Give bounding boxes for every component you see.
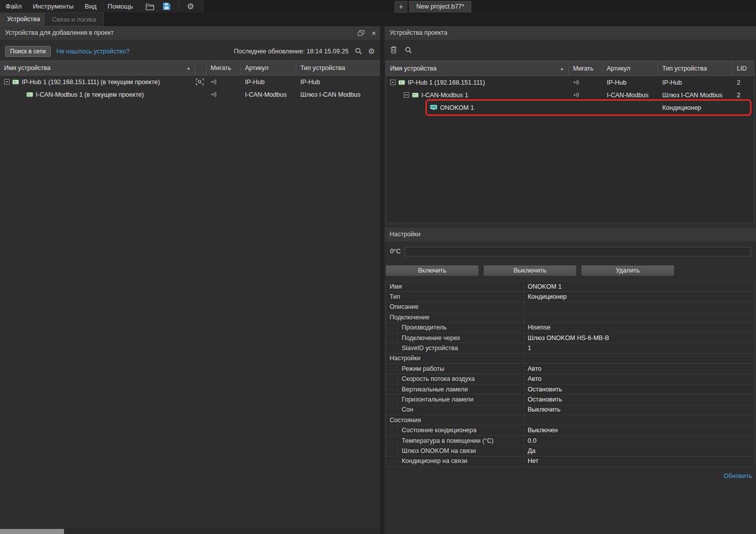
panel-splitter[interactable] (380, 26, 385, 534)
sort-ascending-icon: ▲ (560, 66, 564, 71)
table-row[interactable]: I-CAN-Modbus 1 I-CAN-Modbus Шлюз I-CAN M… (386, 89, 754, 101)
identify-device-icon[interactable] (196, 78, 207, 86)
indent-guide (386, 323, 398, 332)
property-value[interactable]: ONOKOM 1 (524, 282, 754, 291)
property-row[interactable]: Режим работы Авто (386, 364, 754, 374)
collapse-expander-icon[interactable] (4, 79, 10, 85)
property-row[interactable]: Состояние кондиционера Выключен (386, 425, 754, 435)
property-row[interactable]: SlaveID устройства 1 (386, 343, 754, 353)
property-row[interactable]: Вертикальные ламели Остановить (386, 384, 754, 394)
delete-button[interactable]: Удалить (581, 265, 674, 276)
property-value[interactable]: Шлюз ONOKOM HS-6-MB-B (524, 333, 754, 343)
indent-guide (386, 374, 398, 384)
device-article-text: I-CAN-Modbus (603, 92, 658, 99)
blink-icon[interactable] (207, 91, 241, 98)
temperature-label: 0°C (390, 248, 401, 255)
open-folder-icon[interactable] (146, 3, 155, 10)
property-row[interactable]: Шлюз ONOKOM на связи Да (386, 446, 754, 456)
property-row[interactable]: Температура в помещении (°C) 0.0 (386, 436, 754, 446)
search-icon[interactable] (405, 46, 412, 54)
indent-guide (386, 456, 398, 466)
blink-icon[interactable] (207, 79, 241, 85)
property-group-row[interactable]: Подключение (386, 312, 754, 322)
property-row[interactable]: Кондиционер на связи Нет (386, 456, 754, 466)
device-article-text: IP-Hub (603, 79, 658, 86)
column-header-blink[interactable]: Мигать (569, 61, 603, 76)
turn-off-button[interactable]: Выключить (483, 265, 577, 276)
property-value[interactable]: Hisense (524, 323, 754, 332)
property-value[interactable]: Кондиционер (524, 292, 754, 301)
settings-gear-icon[interactable]: ⚙ (187, 0, 194, 13)
left-panel-title-text: Устройства для добавления в проект (5, 29, 114, 36)
device-gateway-icon (26, 91, 33, 98)
column-header-blank[interactable] (196, 61, 207, 75)
column-header-article[interactable]: Артикул (603, 61, 658, 76)
property-value[interactable]: Остановить (524, 394, 754, 404)
tab-links-logic[interactable]: Связи и логика (44, 13, 104, 26)
property-value[interactable]: Авто (524, 374, 754, 384)
column-header-name[interactable]: Имя устройства ▲ (0, 61, 196, 75)
collapse-expander-icon[interactable] (404, 92, 409, 98)
property-group-row[interactable]: Настройки (386, 354, 754, 364)
property-row[interactable]: Тип Кондиционер (386, 292, 754, 302)
column-header-article[interactable]: Артикул (241, 61, 296, 75)
column-header-type[interactable]: Тип устройства (658, 61, 733, 76)
temperature-row: 0°C (390, 246, 751, 256)
property-row[interactable]: Имя ONOKOM 1 (386, 282, 754, 292)
refresh-link[interactable]: Обновить (723, 473, 752, 480)
property-group-row[interactable]: Состояния (386, 415, 754, 425)
collapse-expander-icon[interactable] (390, 80, 396, 85)
menu-file[interactable]: Файл (0, 0, 27, 13)
menu-help[interactable]: Помощь (102, 0, 139, 13)
property-row[interactable]: Описание (386, 302, 754, 312)
scrollbar-thumb[interactable] (0, 529, 64, 534)
delete-device-trash-icon[interactable] (390, 46, 397, 54)
horizontal-scrollbar[interactable] (0, 529, 380, 534)
property-value (524, 415, 754, 425)
indent-guide (386, 446, 398, 455)
property-value[interactable]: Выключить (524, 405, 754, 415)
property-row[interactable]: Производитель Hisense (386, 323, 754, 333)
close-panel-icon[interactable]: × (371, 29, 376, 37)
column-header-type[interactable]: Тип устройства (296, 61, 380, 75)
property-value[interactable]: Авто (524, 364, 754, 373)
turn-on-button[interactable]: Включить (386, 265, 479, 276)
table-row-selected-onokom[interactable]: ONOKOM 1 Кондиционер (386, 101, 754, 114)
device-type-text: IP-Hub (658, 79, 733, 86)
column-header-blink[interactable]: Мигать (207, 61, 241, 75)
property-row[interactable]: Скорость потока воздуха Авто (386, 374, 754, 384)
device-action-buttons: Включить Выключить Удалить (386, 265, 754, 276)
table-row[interactable]: IP-Hub 1 (192.168.151.111) IP-Hub IP-Hub… (386, 76, 754, 89)
project-tab[interactable]: New project.b77* (409, 1, 471, 13)
property-value[interactable]: 1 (524, 343, 754, 353)
column-header-name[interactable]: Имя устройства ▲ (386, 61, 569, 76)
new-project-tab-button[interactable]: + (395, 1, 407, 13)
device-not-found-link[interactable]: Не нашлось устройство? (56, 48, 130, 55)
property-row[interactable]: Сон Выключить (386, 405, 754, 415)
menu-view[interactable]: Вид (79, 0, 102, 13)
property-value[interactable] (524, 302, 754, 312)
temperature-input[interactable] (405, 247, 751, 256)
table-row[interactable]: I-CAN-Modbus 1 (в текущем проекте) I-CAN… (0, 88, 380, 101)
search-network-button[interactable]: Поиск в сети (5, 46, 51, 57)
settings-section-title: Настройки (385, 228, 756, 241)
column-header-lid[interactable]: LID (733, 61, 754, 76)
sort-ascending-icon: ▲ (186, 66, 191, 71)
blink-icon[interactable] (569, 79, 603, 86)
table-row[interactable]: IP-Hub 1 (192.168.151.111) (в текущем пр… (0, 76, 380, 88)
undock-panel-icon[interactable] (358, 30, 364, 36)
tab-devices[interactable]: Устройства (0, 13, 47, 26)
device-name-text: I-CAN-Modbus 1 (в текущем проекте) (36, 91, 144, 98)
menu-tools[interactable]: Инструменты (27, 0, 79, 13)
property-row[interactable]: Горизонтальные ламели Остановить (386, 394, 754, 405)
scan-settings-gear-icon[interactable]: ⚙ (368, 45, 375, 57)
save-icon[interactable] (163, 3, 170, 10)
menubar-left: Файл Инструменты Вид Помощь ⚙ (0, 0, 203, 13)
property-row[interactable]: Подключение через Шлюз ONOKOM HS-6-MB-B (386, 333, 754, 343)
blink-icon[interactable] (569, 92, 603, 98)
left-panel-toolbar: Поиск в сети Не нашлось устройство? Посл… (0, 44, 380, 58)
property-value[interactable]: Остановить (524, 384, 754, 394)
project-device-tree: Имя устройства ▲ Мигать Артикул Тип устр… (386, 60, 754, 223)
search-icon[interactable] (355, 47, 362, 55)
indent-guide (386, 333, 398, 343)
